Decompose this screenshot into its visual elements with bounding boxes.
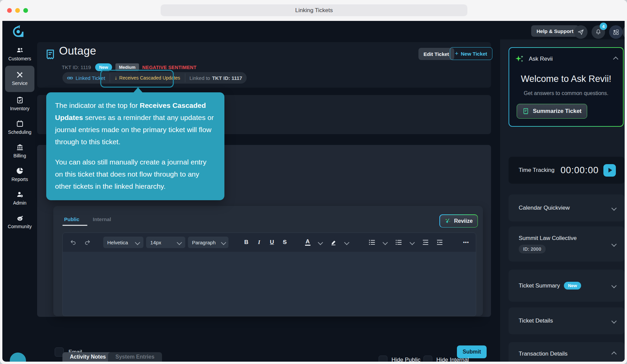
linked-ticket-bar: Linked Ticket ↓ Receives Cascaded Update… bbox=[62, 72, 247, 84]
apps-button[interactable] bbox=[609, 25, 623, 39]
minimize-window-button[interactable] bbox=[15, 8, 20, 13]
underline-button[interactable]: U bbox=[267, 237, 277, 248]
left-nav: Customers Service Inventory bbox=[2, 40, 37, 362]
sidebar-item-community[interactable]: Community bbox=[2, 214, 37, 229]
help-support-button[interactable]: Help & Support bbox=[531, 25, 579, 37]
cascade-label: Receives Cascaded Updates bbox=[119, 75, 180, 81]
new-ticket-label: New Ticket bbox=[461, 51, 487, 57]
chevron-down-icon[interactable] bbox=[611, 318, 617, 324]
sparkles-icon bbox=[515, 54, 525, 64]
chevron-down-icon[interactable] bbox=[611, 241, 617, 247]
page-title: Outage bbox=[59, 44, 96, 57]
tooltip-paragraph-2: You can also still manually create a jou… bbox=[55, 156, 216, 192]
linked-ticket-chip[interactable]: Linked Ticket bbox=[62, 72, 110, 84]
transaction-details-card[interactable]: Transaction Details bbox=[509, 342, 625, 362]
link-icon bbox=[67, 75, 73, 81]
bell-icon bbox=[595, 29, 602, 35]
sidebar-item-scheduling[interactable]: Scheduling bbox=[2, 120, 37, 135]
sidebar-item-billing[interactable]: Billing bbox=[2, 143, 37, 158]
bullet-list-dropdown[interactable] bbox=[407, 237, 417, 248]
block-format-select[interactable]: Paragraph bbox=[188, 237, 228, 248]
font-family-select[interactable]: Helvetica bbox=[103, 237, 144, 248]
block-format-value: Paragraph bbox=[192, 240, 216, 245]
chevron-up-icon[interactable] bbox=[611, 351, 617, 357]
text-color-letter: A bbox=[306, 239, 310, 244]
ordered-list-dropdown[interactable] bbox=[380, 237, 390, 248]
hide-public-checkbox[interactable] bbox=[379, 356, 387, 362]
chevron-down-icon bbox=[135, 240, 140, 245]
summarize-ticket-label: Summarize Ticket bbox=[533, 108, 581, 115]
user-avatar[interactable] bbox=[622, 25, 625, 39]
chevron-down-icon[interactable] bbox=[611, 205, 617, 211]
window-title: Linking Tickets bbox=[161, 4, 467, 16]
redo-button[interactable] bbox=[82, 237, 93, 248]
ticket-details-card[interactable]: Ticket Details bbox=[509, 307, 625, 334]
start-timer-button[interactable] bbox=[603, 164, 616, 177]
highlight-dropdown[interactable] bbox=[342, 237, 352, 248]
sidebar-item-customers[interactable]: Customers bbox=[2, 46, 37, 61]
paper-plane-icon bbox=[577, 29, 584, 35]
app-logo[interactable] bbox=[11, 25, 25, 38]
time-tracking-label: Time Tracking bbox=[519, 167, 561, 174]
highlight-button[interactable] bbox=[328, 237, 339, 248]
undo-button[interactable] bbox=[67, 237, 79, 248]
reviize-button[interactable]: Reviize bbox=[440, 215, 478, 227]
strikethrough-button[interactable]: S bbox=[280, 237, 290, 248]
outdent-icon bbox=[422, 239, 429, 246]
admin-icon bbox=[16, 190, 24, 199]
sidebar-label: Inventory bbox=[2, 106, 37, 111]
linked-ticket-label: Linked Ticket bbox=[76, 75, 105, 81]
editor-toolbar: Helvetica 14px Paragraph B I U S A bbox=[62, 233, 476, 252]
chevron-down-icon[interactable] bbox=[611, 283, 617, 289]
ordered-list-button[interactable] bbox=[366, 237, 378, 248]
ordered-list-icon bbox=[368, 239, 376, 246]
cascade-indicator[interactable]: ↓ Receives Cascaded Updates bbox=[110, 72, 185, 84]
sidebar-label: Customers bbox=[2, 56, 37, 61]
ask-revii-welcome: Welcome to Ask Revii! bbox=[521, 73, 611, 85]
notifications-button[interactable]: 4 bbox=[592, 25, 605, 39]
outdent-button[interactable] bbox=[420, 237, 431, 248]
share-button[interactable] bbox=[574, 25, 588, 39]
ticket-summary-card[interactable]: Ticket Summary New bbox=[509, 270, 625, 302]
text-color-dropdown[interactable] bbox=[316, 237, 326, 248]
ask-revii-panel: Ask Revii Welcome to Ask Revii! Get answ… bbox=[509, 47, 624, 127]
company-card[interactable]: Summit Law Collective ID: 2000 bbox=[509, 226, 625, 262]
edit-ticket-button[interactable]: Edit Ticket bbox=[418, 48, 454, 60]
summarize-ticket-button[interactable]: Summarize Ticket bbox=[517, 104, 587, 119]
calendar-quickview-card[interactable]: Calendar Quickview bbox=[509, 194, 625, 221]
font-size-select[interactable]: 14px bbox=[146, 237, 185, 248]
summarize-ticket-icon bbox=[522, 108, 529, 115]
tab-activity-notes[interactable]: Activity Notes bbox=[62, 352, 113, 362]
close-window-button[interactable] bbox=[7, 8, 12, 13]
bold-button[interactable]: B bbox=[241, 237, 251, 248]
hide-internal-checkbox[interactable] bbox=[424, 356, 432, 362]
ticket-icon bbox=[45, 49, 56, 61]
tab-public[interactable]: Public bbox=[64, 216, 79, 222]
reviize-label: Reviize bbox=[454, 218, 473, 224]
chevron-down-icon bbox=[221, 240, 226, 245]
text-color-button[interactable]: A bbox=[303, 237, 313, 248]
linked-to-chip[interactable]: Linked to TKT ID: 1117 bbox=[185, 72, 247, 84]
more-tools-button[interactable]: ••• bbox=[461, 237, 471, 248]
bullet-list-button[interactable] bbox=[393, 237, 404, 248]
reports-icon bbox=[16, 167, 24, 175]
calendar-quickview-label: Calendar Quickview bbox=[519, 205, 612, 211]
editor-text-area[interactable] bbox=[62, 252, 476, 316]
indent-button[interactable] bbox=[434, 237, 445, 248]
tab-system-entries[interactable]: System Entries bbox=[108, 352, 162, 362]
font-family-value: Helvetica bbox=[107, 240, 128, 245]
sidebar-item-admin[interactable]: Admin bbox=[2, 190, 37, 206]
tab-internal[interactable]: Internal bbox=[93, 216, 111, 222]
sidebar-item-service[interactable]: Service bbox=[2, 71, 37, 86]
sidebar-item-reports[interactable]: Reports bbox=[2, 167, 37, 182]
chevron-up-icon[interactable] bbox=[613, 56, 619, 62]
new-ticket-button[interactable]: + New Ticket bbox=[450, 47, 492, 60]
ticket-meta-row: TKT ID: 1119 New Medium NEGATIVE SENTIME… bbox=[62, 63, 196, 71]
sidebar-label: Billing bbox=[2, 153, 37, 158]
play-icon bbox=[608, 168, 612, 173]
zoom-window-button[interactable] bbox=[23, 8, 28, 13]
sidebar-item-inventory[interactable]: Inventory bbox=[2, 96, 37, 111]
italic-button[interactable]: I bbox=[254, 237, 264, 248]
active-tab-underline bbox=[62, 225, 87, 226]
ask-revii-header[interactable]: Ask Revii bbox=[515, 54, 618, 64]
